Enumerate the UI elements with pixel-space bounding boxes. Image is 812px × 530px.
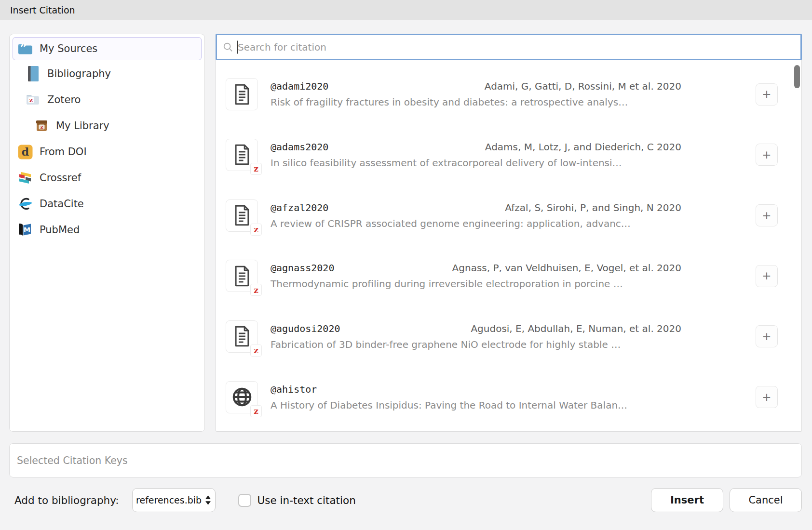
citation-key: @agnass2020 — [271, 262, 334, 274]
search-input[interactable] — [238, 41, 795, 53]
document-icon — [232, 143, 252, 166]
sidebar-item-crossref[interactable]: Crossref — [13, 165, 202, 190]
citation-key: @agudosi2020 — [271, 323, 340, 334]
dialog-titlebar: Insert Citation — [0, 0, 812, 20]
cancel-button[interactable]: Cancel — [730, 488, 802, 512]
pubmed-icon: M — [17, 222, 33, 238]
add-citation-button[interactable]: + — [756, 144, 778, 166]
citation-authors: Agnass, P, van Veldhuisen, E, Vogel, et … — [452, 262, 681, 274]
add-citation-button[interactable]: + — [756, 325, 778, 347]
citation-authors: Afzal, S, Sirohi, P, and Singh, N 2020 — [505, 202, 681, 213]
sidebar-item-label: Crossref — [40, 172, 81, 184]
citation-title: Risk of fragility fractures in obesity a… — [271, 96, 681, 108]
sidebar-item-my-library[interactable]: z My Library — [13, 113, 202, 138]
citation-authors: Adami, G, Gatti, D, Rossini, M et al. 20… — [485, 80, 681, 92]
bibliography-icon — [25, 66, 41, 82]
citation-title: A History of Diabetes Insipidus: Paving … — [271, 399, 681, 411]
citation-text: @adams2020 Adams, M, Lotz, J, and Dieder… — [271, 141, 681, 169]
bibliography-file-select[interactable]: references.bib — [132, 488, 216, 512]
citation-text: @adami2020 Adami, G, Gatti, D, Rossini, … — [271, 80, 681, 108]
svg-text:”: ” — [20, 41, 27, 55]
sidebar-item-bibliography[interactable]: Bibliography — [13, 61, 202, 86]
insert-button[interactable]: Insert — [651, 488, 723, 512]
document-icon — [232, 325, 252, 348]
sidebar-item-datacite[interactable]: DataCite — [13, 191, 202, 216]
text-caret — [237, 40, 238, 53]
citation-text: @afzal2020 Afzal, S, Sirohi, P, and Sing… — [271, 202, 681, 229]
citation-key: @ahistor — [271, 384, 317, 395]
search-icon — [223, 42, 233, 53]
citation-icon-box: z — [226, 381, 258, 413]
citation-key: @adams2020 — [271, 141, 328, 153]
zotero-badge: z — [250, 405, 262, 417]
use-intext-citation-checkbox[interactable] — [238, 494, 251, 507]
use-intext-citation-label: Use in-text citation — [257, 494, 356, 506]
doi-icon: d — [17, 144, 33, 160]
sidebar-item-label: From DOI — [40, 146, 87, 158]
citation-text: @agnass2020 Agnass, P, van Veldhuisen, E… — [271, 262, 681, 290]
sidebar-item-label: Zotero — [47, 94, 81, 106]
add-citation-button[interactable]: + — [756, 265, 778, 287]
sidebar-item-label: PubMed — [40, 224, 80, 236]
citation-title: A review of CRISPR associated genome eng… — [271, 218, 681, 229]
document-icon — [232, 204, 252, 227]
datacite-icon — [17, 196, 33, 212]
selected-keys-placeholder: Selected Citation Keys — [17, 455, 128, 466]
add-citation-button[interactable]: + — [756, 204, 778, 226]
scrollbar-thumb[interactable] — [794, 65, 800, 88]
citation-authors: Agudosi, E, Abdullah, E, Numan, et al. 2… — [471, 323, 681, 334]
citation-search-area: @adami2020 Adami, G, Gatti, D, Rossini, … — [216, 34, 802, 432]
citation-row[interactable]: z @adams2020 Adams, M, Lotz, J, and Died… — [216, 139, 801, 171]
zotero-badge: z — [250, 163, 262, 175]
my-library-icon: z — [33, 118, 50, 134]
add-citation-button[interactable]: + — [756, 386, 778, 408]
citation-icon-box: z — [226, 320, 258, 353]
citation-key: @afzal2020 — [271, 202, 328, 213]
citation-row[interactable]: @adami2020 Adami, G, Gatti, D, Rossini, … — [216, 78, 801, 110]
my-sources-icon: ” — [17, 40, 33, 57]
citation-text: @agudosi2020 Agudosi, E, Abdullah, E, Nu… — [271, 323, 681, 350]
zotero-icon: z — [25, 92, 41, 108]
svg-text:z: z — [29, 96, 33, 104]
zotero-badge: z — [250, 344, 262, 357]
sidebar-item-pubmed[interactable]: M PubMed — [13, 217, 202, 242]
add-citation-button[interactable]: + — [756, 83, 778, 106]
sidebar-item-label: My Library — [56, 120, 109, 132]
citation-row[interactable]: z @afzal2020 Afzal, S, Sirohi, P, and Si… — [216, 199, 801, 232]
zotero-badge: z — [250, 284, 262, 296]
citation-row[interactable]: z @agudosi2020 Agudosi, E, Abdullah, E, … — [216, 320, 801, 353]
document-icon — [232, 83, 252, 106]
svg-text:d: d — [21, 146, 28, 158]
bibliography-file-value: references.bib — [136, 495, 202, 505]
citation-row[interactable]: z @agnass2020 Agnass, P, van Veldhuisen,… — [216, 260, 801, 292]
zotero-badge: z — [250, 224, 262, 236]
select-arrows-icon — [205, 495, 211, 505]
citation-key: @adami2020 — [271, 80, 328, 92]
document-icon — [232, 265, 252, 288]
citation-text: @ahistor A History of Diabetes Insipidus… — [271, 384, 681, 411]
citation-authors: Adams, M, Lotz, J, and Diederich, C 2020 — [485, 141, 681, 153]
citation-title: Thermodynamic profiling during irreversi… — [271, 278, 681, 290]
sidebar-item-zotero[interactable]: z Zotero — [13, 87, 202, 112]
crossref-icon — [17, 170, 33, 186]
dialog-title: Insert Citation — [10, 5, 75, 15]
citation-icon-box: z — [226, 260, 258, 292]
search-box — [216, 34, 802, 60]
dialog-footer: Add to bibliography: references.bib Use … — [9, 488, 802, 512]
svg-text:M: M — [24, 226, 30, 234]
citation-results-list: @adami2020 Adami, G, Gatti, D, Rossini, … — [216, 60, 802, 432]
citation-icon-box: z — [226, 139, 258, 171]
sidebar-item-label: My Sources — [40, 43, 97, 54]
add-to-bibliography-label: Add to bibliography: — [14, 494, 119, 506]
citation-icon-box — [226, 78, 258, 110]
svg-text:z: z — [40, 124, 43, 130]
sidebar-item-label: Bibliography — [47, 68, 111, 80]
sidebar-item-my-sources[interactable]: ” My Sources — [13, 37, 202, 60]
sidebar-item-from-doi[interactable]: d From DOI — [13, 139, 202, 164]
citation-title: In silico feasibility assessment of extr… — [271, 157, 681, 169]
sidebar-item-label: DataCite — [40, 198, 84, 210]
web-icon — [231, 386, 253, 408]
selected-citation-keys-field[interactable]: Selected Citation Keys — [9, 443, 802, 477]
citation-row[interactable]: z @ahistor A History of Diabetes Insipid… — [216, 381, 801, 413]
citation-title: Fabrication of 3D binder-free graphene N… — [271, 339, 681, 350]
